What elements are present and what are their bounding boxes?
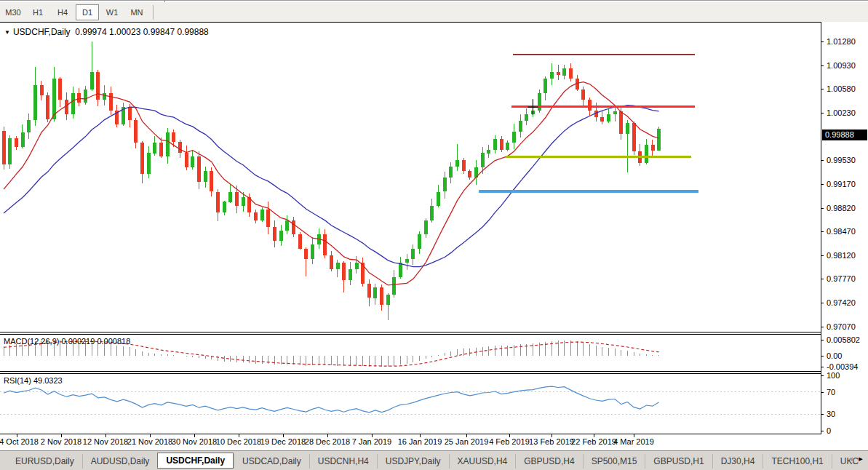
macd-axis-label-tick	[821, 340, 824, 340]
price-axis-label: 1.00930	[827, 61, 856, 70]
chart-title: ▼USDCHF,Daily 0.99974 1.00023 0.99847 0.…	[4, 27, 209, 37]
rsi-axis-label: 70	[827, 388, 835, 397]
date-axis-label: 28 Dec 2018	[305, 437, 350, 446]
rsi-label: RSI(14) 49.0323	[4, 376, 63, 385]
price-axis-label: 1.00230	[827, 108, 856, 117]
price-axis-label-tick	[821, 65, 824, 66]
rsi-canvas[interactable]	[0, 374, 821, 434]
chart-tab-dj30[interactable]: DJ30,H4	[712, 454, 763, 469]
rsi-axis-label: 30	[827, 410, 835, 418]
rsi-axis-label-tick	[821, 431, 824, 431]
macd-panel[interactable]: MACD(12,26,9) 0.000219 0.000818	[0, 334, 821, 372]
chart-tab-usdjpy[interactable]: USDJPY,Daily	[377, 454, 449, 469]
date-axis-label: 19 Dec 2018	[260, 437, 306, 446]
symbol-dropdown-icon: ▼	[4, 29, 10, 36]
price-axis-label: 0.98470	[827, 227, 856, 236]
tab-scroll-right-icon[interactable]: ▸	[856, 454, 866, 463]
mt4-window: M30H1H4D1W1MN ▼USDCHF,Daily 0.99974 1.00…	[0, 0, 868, 470]
tab-scroll-arrows: ◂ ▸	[845, 454, 866, 463]
timeframe-button-h4[interactable]: H4	[51, 4, 74, 20]
main-chart-panel[interactable]: ▼USDCHF,Daily 0.99974 1.00023 0.99847 0.…	[0, 22, 821, 332]
price-axis-label-tick	[821, 113, 824, 113]
macd-axis-label: 0.005802	[827, 335, 860, 344]
timeframe-toolbar: M30H1H4D1W1MN	[0, 2, 868, 23]
slow-ma-line	[4, 105, 659, 267]
date-axis[interactable]: 24 Oct 20182 Nov 201812 Nov 201821 Nov 2…	[0, 434, 821, 450]
price-axis-label: 0.98120	[827, 251, 856, 260]
price-axis-label: 0.98820	[827, 204, 856, 212]
timeframe-button-d1[interactable]: D1	[76, 4, 99, 20]
chart-tab-gbpusd[interactable]: GBPUSD,H4	[515, 454, 582, 469]
price-axis-label: 1.00580	[827, 84, 856, 93]
date-axis-label: 10 Dec 2018	[216, 437, 261, 446]
date-axis-label: 22 Feb 2019	[571, 437, 616, 446]
price-axis-label: 1.01280	[827, 37, 856, 46]
price-axis-label-tick	[821, 303, 824, 303]
chart-tab-tech100[interactable]: TECH100,H1	[763, 454, 831, 469]
chart-tab-sp500[interactable]: SP500,M15	[583, 454, 645, 469]
toolbar-separator	[153, 5, 154, 20]
chart-title-text: USDCHF,Daily 0.99974 1.00023 0.99847 0.9…	[13, 27, 209, 37]
price-axis-label-tick	[821, 231, 824, 232]
price-axis[interactable]: 0.99888 1.012801.009301.005801.002300.99…	[821, 22, 868, 434]
timeframe-button-m30[interactable]: M30	[1, 4, 25, 20]
rsi-axis-label-tick	[821, 375, 824, 376]
rsi-axis-label-tick	[821, 414, 824, 415]
timeframe-button-w1[interactable]: W1	[100, 4, 124, 20]
price-axis-label: 0.99530	[827, 156, 856, 164]
price-chart-canvas[interactable]	[0, 23, 821, 332]
chart-tab-audusd[interactable]: AUDUSD,Daily	[82, 454, 158, 469]
timeframe-button-mn[interactable]: MN	[125, 4, 148, 20]
date-axis-label: 25 Jan 2019	[445, 437, 489, 446]
chart-tab-bar: EURUSD,DailyAUDUSD,DailyUSDCHF,DailyUSDC…	[0, 450, 868, 470]
date-axis-label: 7 Jan 2019	[352, 437, 391, 446]
macd-label: MACD(12,26,9) 0.000219 0.000818	[4, 337, 130, 346]
price-axis-label: 0.97420	[827, 298, 856, 307]
macd-axis-label: 0.00	[827, 351, 842, 360]
rsi-axis-label: 100	[827, 371, 840, 380]
macd-axis-label-tick	[821, 367, 824, 367]
price-axis-label: 0.97070	[827, 322, 856, 331]
date-axis-label: 13 Feb 2019	[529, 437, 574, 446]
date-axis-label: 12 Nov 2018	[83, 437, 128, 446]
date-axis-label: 4 Feb 2019	[489, 437, 530, 446]
price-axis-label-tick	[821, 41, 824, 42]
price-axis-label-tick	[821, 279, 824, 279]
price-axis-label-tick	[821, 208, 824, 209]
tab-scroll-left-icon[interactable]: ◂	[845, 454, 856, 463]
date-axis-label: 2 Nov 2018	[41, 437, 81, 446]
price-axis-label-tick	[821, 327, 824, 327]
rsi-panel[interactable]: RSI(14) 49.0323	[0, 373, 821, 434]
price-axis-label-tick	[821, 160, 824, 161]
price-axis-label-tick	[821, 255, 824, 256]
macd-axis-label-tick	[821, 356, 824, 357]
timeframe-button-h1[interactable]: H1	[26, 4, 49, 20]
macd-axis-label: -0.00394	[827, 362, 858, 371]
date-axis-label: 21 Nov 2018	[127, 437, 172, 446]
price-axis-label-tick	[821, 184, 824, 185]
rsi-line	[4, 386, 659, 413]
rsi-axis-label: 0	[827, 426, 831, 435]
chart-tab-eurusd[interactable]: EURUSD,Daily	[7, 454, 82, 469]
current-price-tag: 0.99888	[822, 130, 867, 140]
cross-marker	[527, 99, 538, 115]
date-axis-label: 16 Jan 2019	[398, 437, 442, 446]
chart-tab-usdcnh[interactable]: USDCNH,H4	[309, 454, 377, 469]
price-axis-label: 0.99170	[827, 180, 856, 188]
price-axis-label-tick	[821, 89, 824, 89]
chart-tab-xauusd[interactable]: XAUUSD,H4	[449, 454, 516, 469]
date-axis-label: 30 Nov 2018	[172, 437, 217, 446]
price-axis-label: 0.97770	[827, 274, 856, 283]
date-axis-label: 24 Oct 2018	[0, 437, 39, 446]
chart-tab-usdchf[interactable]: USDCHF,Daily	[157, 453, 234, 469]
chart-tab-gbpusd[interactable]: GBPUSD,H1	[645, 454, 712, 469]
rsi-axis-label-tick	[821, 392, 824, 393]
date-axis-label: 4 Mar 2019	[613, 437, 654, 446]
chart-tab-usdcad[interactable]: USDCAD,Daily	[234, 454, 309, 469]
